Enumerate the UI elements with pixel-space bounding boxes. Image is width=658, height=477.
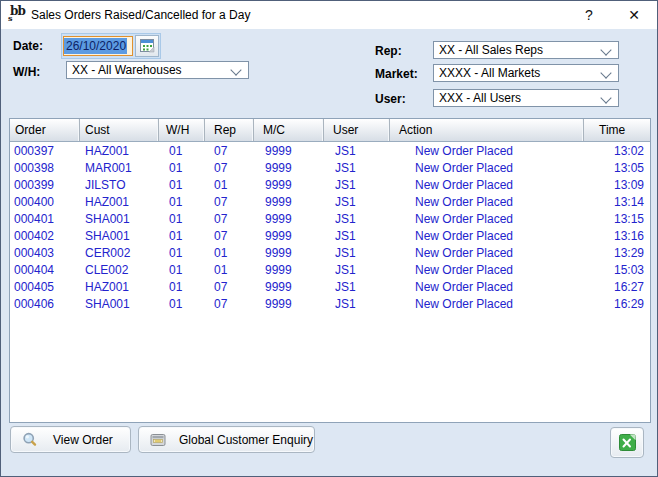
table-cell: 16:27: [584, 280, 650, 294]
global-customer-enquiry-button[interactable]: Global Customer Enquiry: [138, 426, 315, 453]
table-cell: CLE002: [80, 263, 159, 277]
table-cell: 13:05: [584, 161, 650, 175]
table-cell: 9999: [254, 297, 324, 311]
table-row[interactable]: 000397HAZ00101079999JS1New Order Placed1…: [10, 142, 650, 159]
market-value: XXXX - All Markets: [439, 66, 540, 80]
view-order-label: View Order: [53, 433, 113, 447]
table-row[interactable]: 000403CER00201019999JS1New Order Placed1…: [10, 244, 650, 261]
table-cell: 07: [205, 229, 254, 243]
table-cell: 000405: [10, 280, 80, 294]
calendar-button[interactable]: [135, 35, 159, 57]
table-cell: JILSTO: [80, 178, 159, 192]
column-header[interactable]: M/C: [254, 119, 324, 141]
table-cell: New Order Placed: [390, 280, 584, 294]
table-cell: 13:09: [584, 178, 650, 192]
table-cell: 15:03: [584, 263, 650, 277]
table-cell: HAZ001: [80, 144, 159, 158]
column-header[interactable]: Time: [584, 119, 650, 141]
table-cell: SHA001: [80, 229, 159, 243]
table-cell: New Order Placed: [390, 144, 584, 158]
table-cell: New Order Placed: [390, 246, 584, 260]
help-button[interactable]: ?: [569, 1, 609, 29]
rep-select[interactable]: XX - All Sales Reps: [433, 41, 619, 59]
warehouse-select[interactable]: XX - All Warehouses: [66, 61, 249, 79]
table-row[interactable]: 000402SHA00101079999JS1New Order Placed1…: [10, 227, 650, 244]
table-cell: 07: [205, 144, 254, 158]
table-cell: 01: [205, 246, 254, 260]
table-cell: JS1: [324, 195, 390, 209]
chevron-down-icon: [600, 67, 611, 78]
table-row[interactable]: 000399JILSTO01019999JS1New Order Placed1…: [10, 176, 650, 193]
chevron-down-icon: [600, 44, 611, 55]
table-cell: 000402: [10, 229, 80, 243]
table-cell: 01: [159, 297, 205, 311]
table-row[interactable]: 000400HAZ00101079999JS1New Order Placed1…: [10, 193, 650, 210]
column-header[interactable]: User: [324, 119, 390, 141]
table-row[interactable]: 000398MAR00101079999JS1New Order Placed1…: [10, 159, 650, 176]
date-value: 26/10/2020: [64, 38, 127, 54]
date-input[interactable]: 26/10/2020: [63, 36, 133, 56]
orders-table: OrderCustW/HRepM/CUserActionTime 000397H…: [9, 118, 651, 423]
table-cell: 13:14: [584, 195, 650, 209]
dialog-window: bb s Sales Orders Raised/Cancelled for a…: [0, 0, 658, 477]
table-row[interactable]: 000405HAZ00101079999JS1New Order Placed1…: [10, 278, 650, 295]
column-header[interactable]: Cust: [80, 119, 159, 141]
table-cell: 01: [159, 263, 205, 277]
market-label: Market:: [375, 67, 418, 81]
table-cell: 01: [159, 195, 205, 209]
table-cell: 07: [205, 195, 254, 209]
table-cell: 000399: [10, 178, 80, 192]
table-row[interactable]: 000401SHA00101079999JS1New Order Placed1…: [10, 210, 650, 227]
chevron-down-icon: [600, 92, 611, 103]
user-label: User:: [375, 92, 406, 106]
table-cell: JS1: [324, 297, 390, 311]
table-cell: New Order Placed: [390, 297, 584, 311]
table-cell: 9999: [254, 212, 324, 226]
table-cell: New Order Placed: [390, 212, 584, 226]
table-cell: 9999: [254, 263, 324, 277]
table-cell: 000403: [10, 246, 80, 260]
calendar-icon: [140, 39, 155, 53]
table-cell: New Order Placed: [390, 229, 584, 243]
column-header[interactable]: W/H: [159, 119, 205, 141]
column-header[interactable]: Rep: [205, 119, 254, 141]
table-cell: JS1: [324, 229, 390, 243]
table-row[interactable]: 000406SHA00101079999JS1New Order Placed1…: [10, 295, 650, 312]
export-excel-button[interactable]: [610, 427, 644, 458]
date-field-group: 26/10/2020: [61, 33, 161, 59]
table-cell: 07: [205, 297, 254, 311]
table-cell: 9999: [254, 280, 324, 294]
bsb-logo-icon: bb s: [8, 6, 26, 23]
table-row[interactable]: 000404CLE00201019999JS1New Order Placed1…: [10, 261, 650, 278]
view-order-button[interactable]: View Order: [10, 426, 131, 453]
title-bar: bb s Sales Orders Raised/Cancelled for a…: [1, 1, 657, 29]
table-cell: JS1: [324, 263, 390, 277]
date-label: Date:: [13, 39, 43, 53]
search-icon: [22, 432, 38, 448]
market-select[interactable]: XXXX - All Markets: [433, 64, 619, 82]
table-cell: 01: [159, 229, 205, 243]
table-cell: 000404: [10, 263, 80, 277]
table-cell: 13:15: [584, 212, 650, 226]
table-cell: 01: [159, 212, 205, 226]
table-cell: 01: [159, 246, 205, 260]
table-cell: 9999: [254, 161, 324, 175]
column-header[interactable]: Action: [390, 119, 584, 141]
table-cell: 000401: [10, 212, 80, 226]
table-cell: JS1: [324, 212, 390, 226]
chevron-down-icon: [230, 64, 241, 75]
table-cell: 000406: [10, 297, 80, 311]
window-title: Sales Orders Raised/Cancelled for a Day: [31, 8, 250, 22]
user-value: XXX - All Users: [439, 91, 521, 105]
table-cell: 9999: [254, 229, 324, 243]
table-cell: 13:29: [584, 246, 650, 260]
table-cell: 13:16: [584, 229, 650, 243]
table-cell: New Order Placed: [390, 195, 584, 209]
user-select[interactable]: XXX - All Users: [433, 89, 619, 107]
table-cell: JS1: [324, 280, 390, 294]
table-cell: 01: [159, 178, 205, 192]
column-header[interactable]: Order: [10, 119, 80, 141]
close-button[interactable]: ✕: [613, 1, 655, 29]
table-cell: 9999: [254, 246, 324, 260]
table-cell: 07: [205, 280, 254, 294]
